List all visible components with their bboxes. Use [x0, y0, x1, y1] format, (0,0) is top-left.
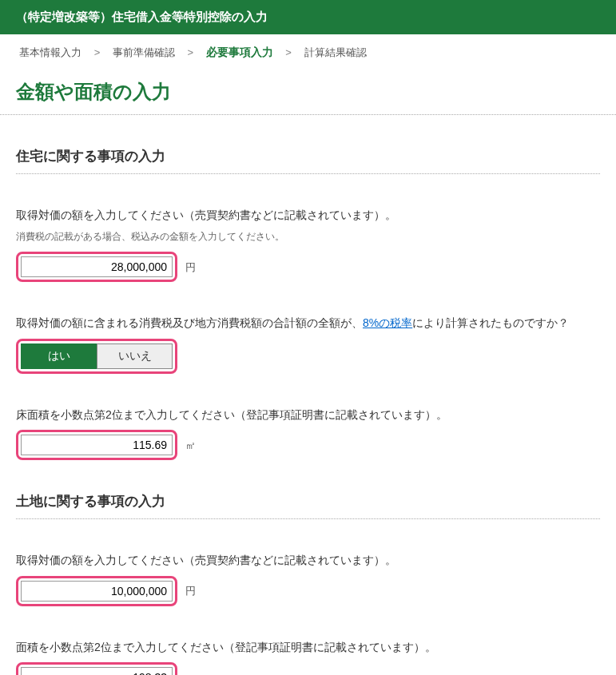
house-floor-area-suffix: ㎡: [185, 439, 196, 451]
chevron-right-icon: >: [187, 46, 193, 58]
input-highlight: [16, 430, 177, 460]
section-heading-land: 土地に関する事項の入力: [16, 492, 600, 519]
house-price-suffix: 円: [185, 261, 196, 273]
header-bar: （特定増改築等）住宅借入金等特別控除の入力: [0, 0, 616, 34]
tax-question-label: 取得対価の額に含まれる消費税及び地方消費税額の合計額の全額が、8%の税率により計…: [16, 314, 600, 332]
house-floor-area-input[interactable]: [21, 435, 173, 455]
page-title: 金額や面積の入力: [0, 71, 616, 115]
land-price-label: 取得対価の額を入力してください（売買契約書などに記載されています）。: [16, 551, 600, 569]
breadcrumb-step-2: 必要事項入力: [206, 46, 273, 58]
chevron-right-icon: >: [94, 46, 101, 58]
land-area-input[interactable]: [21, 667, 173, 675]
field-land-area: 面積を小数点第2位まで入力してください（登記事項証明書に記載されています）。 ㎡: [16, 638, 600, 675]
house-price-input[interactable]: [21, 256, 173, 277]
section-heading-house: 住宅に関する事項の入力: [16, 147, 600, 174]
land-area-label: 面積を小数点第2位まで入力してください（登記事項証明書に記載されています）。: [16, 638, 600, 656]
chevron-right-icon: >: [285, 46, 292, 58]
field-tax-question: 取得対価の額に含まれる消費税及び地方消費税額の合計額の全額が、8%の税率により計…: [16, 314, 600, 373]
field-land-price: 取得対価の額を入力してください（売買契約書などに記載されています）。 円: [16, 551, 600, 606]
land-area-suffix: ㎡: [185, 672, 196, 675]
breadcrumb-step-3: 計算結果確認: [304, 46, 367, 58]
land-price-input[interactable]: [21, 581, 173, 602]
input-highlight: [16, 576, 177, 606]
tax-yes-button[interactable]: はい: [21, 343, 97, 369]
tax-no-button[interactable]: いいえ: [97, 343, 173, 369]
land-price-suffix: 円: [185, 585, 196, 597]
house-floor-area-label: 床面積を小数点第2位まで入力してください（登記事項証明書に記載されています）。: [16, 406, 600, 423]
header-title: （特定増改築等）住宅借入金等特別控除の入力: [16, 10, 268, 23]
house-price-note: 消費税の記載がある場合、税込みの金額を入力してください。: [16, 230, 600, 244]
house-price-label: 取得対価の額を入力してください（売買契約書などに記載されています）。: [16, 206, 600, 224]
breadcrumb-step-0: 基本情報入力: [19, 46, 81, 58]
breadcrumb: 基本情報入力 > 事前準備確認 > 必要事項入力 > 計算結果確認: [0, 34, 616, 71]
field-house-floor-area: 床面積を小数点第2位まで入力してください（登記事項証明書に記載されています）。 …: [16, 406, 600, 460]
field-house-price: 取得対価の額を入力してください（売買契約書などに記載されています）。 消費税の記…: [16, 206, 600, 282]
tax-rate-link[interactable]: 8%の税率: [363, 316, 412, 329]
input-highlight: [16, 252, 177, 282]
input-highlight: はい いいえ: [16, 339, 177, 374]
input-highlight: [16, 662, 177, 675]
content: 住宅に関する事項の入力 取得対価の額を入力してください（売買契約書などに記載され…: [0, 147, 616, 675]
breadcrumb-step-1: 事前準備確認: [113, 46, 175, 58]
